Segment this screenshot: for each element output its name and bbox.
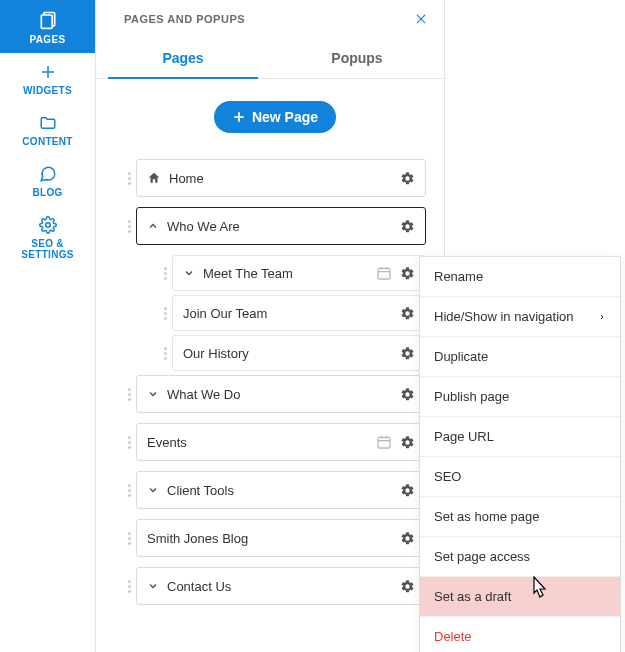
svg-point-4 bbox=[45, 223, 50, 228]
gear-icon[interactable] bbox=[400, 306, 415, 321]
menu-item[interactable]: Set page access bbox=[420, 537, 620, 577]
page-label: Join Our Team bbox=[183, 306, 400, 321]
gear-icon[interactable] bbox=[400, 266, 415, 281]
gear-icon[interactable] bbox=[400, 219, 415, 234]
menu-item[interactable]: Duplicate bbox=[420, 337, 620, 377]
page-label: Contact Us bbox=[167, 579, 400, 594]
tabs: Pages Popups bbox=[96, 36, 444, 79]
menu-item-label: SEO bbox=[434, 469, 461, 484]
menu-item[interactable]: Set as home page bbox=[420, 497, 620, 537]
chevron-down-icon bbox=[147, 484, 159, 496]
page-row[interactable]: Smith Jones Blog bbox=[136, 519, 426, 557]
page-label: Our History bbox=[183, 346, 400, 361]
gear-icon[interactable] bbox=[400, 346, 415, 361]
drag-handle-icon[interactable] bbox=[160, 307, 170, 320]
menu-item-label: Set as a draft bbox=[434, 589, 511, 604]
svg-rect-1 bbox=[41, 15, 52, 28]
calendar-icon[interactable] bbox=[376, 434, 392, 450]
drag-handle-icon[interactable] bbox=[124, 388, 134, 401]
sidebar-item-label: PAGES bbox=[30, 34, 66, 45]
menu-item-label: Hide/Show in navigation bbox=[434, 309, 573, 324]
home-icon bbox=[147, 171, 161, 185]
page-row[interactable]: Contact Us bbox=[136, 567, 426, 605]
sidebar-item-widgets[interactable]: WIDGETS bbox=[0, 53, 95, 104]
sidebar: PAGES WIDGETS CONTENT BLOG SEO & SETTING… bbox=[0, 0, 95, 652]
page-label: Client Tools bbox=[167, 483, 400, 498]
tab-label: Popups bbox=[331, 50, 382, 66]
calendar-icon[interactable] bbox=[376, 265, 392, 281]
gear-icon[interactable] bbox=[400, 579, 415, 594]
chevron-down-icon bbox=[147, 580, 159, 592]
gear-icon[interactable] bbox=[400, 435, 415, 450]
tab-label: Pages bbox=[162, 50, 203, 66]
menu-item-label: Set page access bbox=[434, 549, 530, 564]
chevron-up-icon bbox=[147, 220, 159, 232]
drag-handle-icon[interactable] bbox=[124, 532, 134, 545]
menu-item-label: Set as home page bbox=[434, 509, 540, 524]
svg-rect-9 bbox=[378, 268, 390, 279]
page-row[interactable]: Events bbox=[136, 423, 426, 461]
new-page-button[interactable]: New Page bbox=[214, 101, 336, 133]
page-row[interactable]: Join Our Team bbox=[172, 295, 426, 331]
page-row[interactable]: Meet The Team bbox=[172, 255, 426, 291]
menu-item[interactable]: SEO bbox=[420, 457, 620, 497]
page-label: Home bbox=[169, 171, 400, 186]
page-label: What We Do bbox=[167, 387, 400, 402]
menu-item[interactable]: Publish page bbox=[420, 377, 620, 417]
menu-item[interactable]: Set as a draft bbox=[420, 577, 620, 617]
svg-rect-13 bbox=[378, 437, 390, 448]
pages-panel: PAGES AND POPUPS Pages Popups New Page H… bbox=[95, 0, 445, 652]
sidebar-item-seo[interactable]: SEO & SETTINGS bbox=[0, 206, 95, 268]
page-row[interactable]: Who We Are bbox=[136, 207, 426, 245]
page-row[interactable]: Our History bbox=[172, 335, 426, 371]
gear-icon[interactable] bbox=[400, 483, 415, 498]
page-label: Meet The Team bbox=[203, 266, 376, 281]
drag-handle-icon[interactable] bbox=[124, 484, 134, 497]
sidebar-item-pages[interactable]: PAGES bbox=[0, 0, 95, 53]
page-label: Who We Are bbox=[167, 219, 400, 234]
drag-handle-icon[interactable] bbox=[160, 267, 170, 280]
panel-header: PAGES AND POPUPS bbox=[96, 0, 444, 36]
menu-item[interactable]: Delete bbox=[420, 617, 620, 652]
chevron-down-icon bbox=[147, 388, 159, 400]
menu-item-label: Duplicate bbox=[434, 349, 488, 364]
chat-icon bbox=[39, 165, 57, 183]
chevron-down-icon bbox=[183, 267, 195, 279]
gear-icon[interactable] bbox=[400, 531, 415, 546]
menu-item[interactable]: Page URL bbox=[420, 417, 620, 457]
sidebar-item-label: BLOG bbox=[32, 187, 62, 198]
drag-handle-icon[interactable] bbox=[160, 347, 170, 360]
menu-item-label: Delete bbox=[434, 629, 472, 644]
sidebar-item-content[interactable]: CONTENT bbox=[0, 104, 95, 155]
page-row[interactable]: Client Tools bbox=[136, 471, 426, 509]
page-label: Smith Jones Blog bbox=[147, 531, 400, 546]
tab-popups[interactable]: Popups bbox=[270, 36, 444, 78]
gear-icon[interactable] bbox=[400, 171, 415, 186]
menu-item-label: Rename bbox=[434, 269, 483, 284]
panel-body: New Page Home Who We Are Meet The Team J… bbox=[96, 79, 444, 605]
new-page-label: New Page bbox=[252, 109, 318, 125]
menu-item-label: Page URL bbox=[434, 429, 494, 444]
plus-icon bbox=[232, 110, 246, 124]
sidebar-item-label: SEO & SETTINGS bbox=[4, 238, 91, 260]
tab-pages[interactable]: Pages bbox=[96, 36, 270, 78]
menu-item[interactable]: Hide/Show in navigation bbox=[420, 297, 620, 337]
sidebar-item-label: CONTENT bbox=[22, 136, 72, 147]
page-row[interactable]: Home bbox=[136, 159, 426, 197]
folder-icon bbox=[39, 114, 57, 132]
menu-item-label: Publish page bbox=[434, 389, 509, 404]
drag-handle-icon[interactable] bbox=[124, 436, 134, 449]
pages-icon bbox=[38, 10, 58, 30]
panel-title: PAGES AND POPUPS bbox=[124, 13, 245, 25]
drag-handle-icon[interactable] bbox=[124, 220, 134, 233]
drag-handle-icon[interactable] bbox=[124, 172, 134, 185]
gear-icon[interactable] bbox=[400, 387, 415, 402]
sidebar-item-blog[interactable]: BLOG bbox=[0, 155, 95, 206]
page-row[interactable]: What We Do bbox=[136, 375, 426, 413]
gear-icon bbox=[39, 216, 57, 234]
menu-item[interactable]: Rename bbox=[420, 257, 620, 297]
page-label: Events bbox=[147, 435, 376, 450]
close-button[interactable] bbox=[414, 12, 428, 26]
chevron-right-icon bbox=[598, 312, 606, 322]
drag-handle-icon[interactable] bbox=[124, 580, 134, 593]
